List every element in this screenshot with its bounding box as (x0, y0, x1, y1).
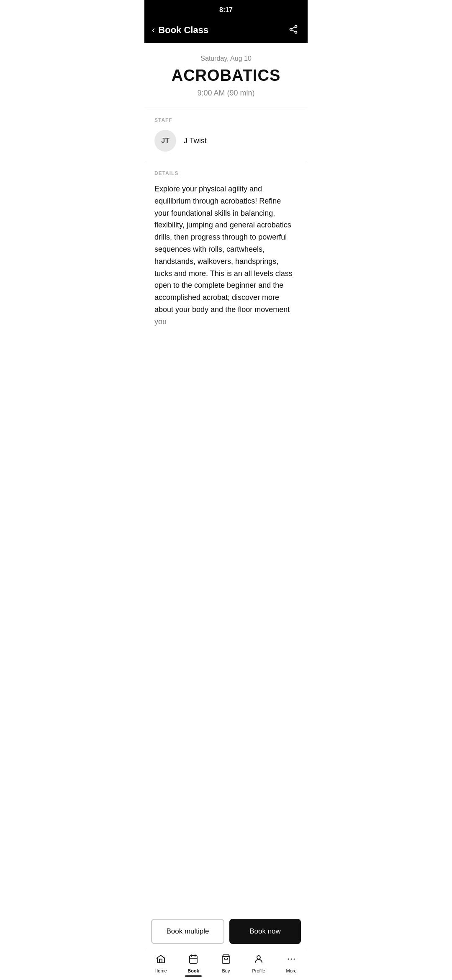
svg-point-2 (295, 31, 297, 34)
back-button[interactable]: ‹ Book Class (152, 25, 208, 36)
status-bar: 8:17 (144, 0, 308, 18)
staff-name: J Twist (184, 137, 207, 145)
staff-avatar: JT (154, 130, 176, 152)
class-date: Saturday, Aug 10 (153, 55, 299, 62)
svg-point-0 (295, 26, 297, 28)
details-text: Explore your physical agility and equili… (154, 183, 298, 328)
nav-bar: ‹ Book Class (144, 18, 308, 43)
status-time: 8:17 (219, 6, 233, 14)
page-title: Book Class (158, 25, 208, 36)
svg-point-1 (290, 28, 292, 31)
svg-line-3 (292, 27, 295, 28)
class-header: Saturday, Aug 10 ACROBATICS 9:00 AM (90 … (144, 43, 308, 108)
back-arrow-icon: ‹ (152, 25, 155, 36)
share-button[interactable] (287, 23, 300, 37)
class-time: 9:00 AM (90 min) (153, 89, 299, 98)
details-section: DETAILS Explore your physical agility an… (144, 161, 308, 335)
class-name: ACROBATICS (153, 67, 299, 85)
staff-item: JT J Twist (154, 130, 298, 157)
details-section-label: DETAILS (154, 170, 298, 176)
share-icon (288, 24, 298, 34)
staff-section: STAFF JT J Twist (144, 108, 308, 161)
svg-line-4 (292, 30, 295, 31)
staff-section-label: STAFF (154, 117, 298, 123)
